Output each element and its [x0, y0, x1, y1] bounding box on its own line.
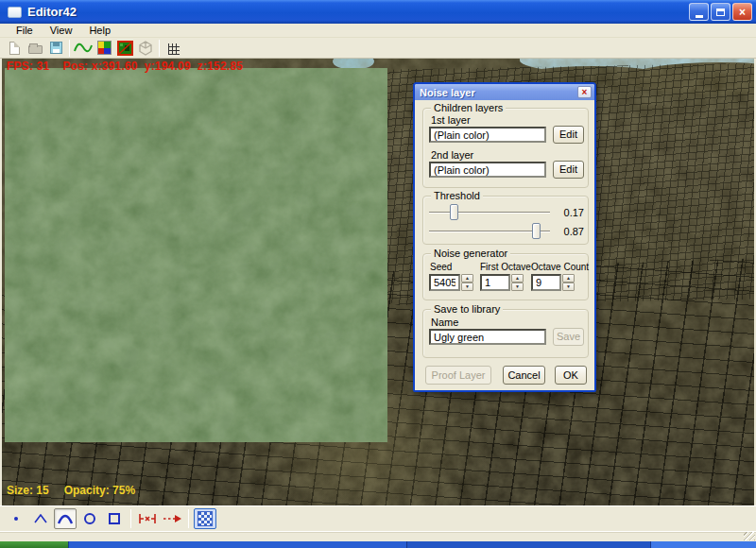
save-library-button[interactable]: Save — [553, 328, 584, 346]
measure-tool-button[interactable] — [136, 508, 159, 529]
noise-generator-group: Noise generator Seed ▲▼ First Octave ▲▼ … — [422, 253, 589, 300]
threshold-high-thumb[interactable] — [532, 223, 541, 239]
noise-generator-label: Noise generator — [431, 248, 510, 259]
octave-count-input[interactable] — [531, 274, 561, 291]
circle-brush-button[interactable] — [78, 508, 101, 529]
threshold-high-value: 0.87 — [556, 226, 584, 237]
texture-layer-button[interactable] — [114, 39, 135, 58]
maximize-button[interactable] — [711, 3, 730, 21]
threshold-label: Threshold — [431, 190, 483, 201]
peak-large-button[interactable] — [54, 508, 77, 529]
menu-view[interactable]: View — [42, 24, 81, 38]
main-toolbar — [0, 38, 756, 59]
minimize-button[interactable] — [689, 3, 709, 21]
save-library-label: Save to library — [431, 303, 503, 315]
first-octave-label: First Octave — [480, 262, 531, 272]
circle-brush-icon — [84, 513, 95, 524]
checker-pattern-icon — [198, 511, 213, 526]
dot-brush-icon — [14, 517, 18, 521]
brush-toolbar — [0, 505, 756, 531]
close-button[interactable]: × — [732, 3, 752, 21]
spin-up-icon[interactable]: ▲ — [562, 274, 575, 283]
start-button-edge[interactable] — [0, 541, 68, 548]
new-file-button[interactable] — [4, 39, 25, 58]
noise-preview-square — [5, 68, 387, 442]
terrain-viewport[interactable]: FPS: 31 Pos: x:391.60 y:194.09 z:152.85 … — [2, 59, 754, 505]
path-tool-button[interactable] — [161, 508, 183, 529]
threshold-group: Threshold 0.17 0.87 — [422, 196, 589, 245]
pattern-tool-button[interactable] — [194, 508, 216, 529]
new-file-icon — [9, 42, 20, 55]
seed-spinner[interactable]: ▲▼ — [429, 274, 473, 291]
grid-icon — [166, 42, 180, 55]
resize-grip[interactable] — [744, 532, 755, 540]
texture-icon — [117, 41, 133, 56]
dot-brush-button[interactable] — [5, 508, 27, 529]
slider-track[interactable] — [429, 212, 550, 214]
threshold-low-value: 0.17 — [556, 207, 584, 218]
brush-size-value: Size: 15 — [7, 484, 49, 497]
minimize-icon — [696, 15, 703, 18]
first-layer-label: 1st layer — [431, 114, 471, 126]
second-layer-edit-button[interactable]: Edit — [553, 161, 584, 179]
window-title: Editor42 — [27, 5, 77, 19]
taskbar-item[interactable] — [406, 541, 650, 548]
window-titlebar: Editor42 × — [0, 0, 756, 24]
color-quad-icon — [97, 41, 112, 55]
dialog-title: Noise layer — [420, 87, 577, 98]
octave-count-spinner[interactable]: ▲▼ — [531, 274, 575, 291]
menu-bar: File View Help — [0, 24, 756, 38]
first-layer-field[interactable]: (Plain color) — [429, 127, 546, 143]
square-brush-icon — [109, 513, 120, 524]
toolbar-separator — [188, 509, 189, 528]
threshold-high-slider[interactable]: 0.87 — [429, 223, 584, 240]
taskbar-item[interactable] — [68, 541, 406, 548]
open-button[interactable] — [25, 39, 45, 58]
save-library-group: Save to library Name Save — [422, 309, 589, 358]
layer-name-input[interactable] — [429, 329, 546, 345]
app-icon — [8, 7, 22, 18]
first-layer-edit-button[interactable]: Edit — [553, 126, 584, 144]
dialog-close-button[interactable]: × — [577, 86, 592, 98]
spin-down-icon[interactable]: ▼ — [511, 283, 524, 291]
peak-small-button[interactable] — [29, 508, 52, 529]
editor42-window: Editor42 × File View Help — [0, 0, 756, 548]
cube-icon — [138, 41, 153, 56]
cancel-button[interactable]: Cancel — [503, 366, 545, 385]
children-layers-group: Children layers 1st layer (Plain color) … — [422, 108, 589, 188]
second-layer-field[interactable]: (Plain color) — [429, 162, 546, 178]
ok-button[interactable]: OK — [555, 366, 587, 385]
toolbar-separator — [69, 40, 70, 57]
fps-value: FPS: 31 — [7, 60, 49, 73]
slider-track[interactable] — [429, 231, 550, 232]
first-octave-input[interactable] — [480, 274, 510, 291]
brush-opacity-value: Opacity: 75% — [64, 484, 135, 497]
proof-layer-button[interactable]: Proof Layer — [425, 366, 491, 385]
menu-file[interactable]: File — [8, 24, 42, 38]
spin-down-icon[interactable]: ▼ — [562, 283, 575, 291]
close-icon: × — [739, 7, 746, 18]
square-brush-button[interactable] — [103, 508, 126, 529]
spin-up-icon[interactable]: ▲ — [511, 274, 524, 283]
grid-toggle-button[interactable] — [163, 39, 183, 58]
name-label: Name — [431, 317, 458, 328]
view-3d-button[interactable] — [135, 39, 156, 58]
threshold-low-slider[interactable]: 0.17 — [429, 204, 584, 221]
toolbar-separator — [159, 40, 160, 57]
maximize-icon — [716, 9, 725, 16]
noise-tool-button[interactable] — [73, 39, 94, 58]
seed-input[interactable] — [429, 274, 460, 291]
first-octave-spinner[interactable]: ▲▼ — [480, 274, 524, 291]
children-layers-label: Children layers — [431, 102, 506, 113]
threshold-low-thumb[interactable] — [450, 204, 458, 220]
taskbar-item[interactable] — [650, 541, 756, 548]
menu-help[interactable]: Help — [80, 24, 119, 38]
peak-small-icon — [34, 514, 47, 523]
sine-wave-icon — [74, 41, 93, 56]
spin-down-icon[interactable]: ▼ — [461, 283, 473, 291]
save-button[interactable] — [45, 39, 66, 58]
color-layers-button[interactable] — [94, 39, 114, 58]
spin-up-icon[interactable]: ▲ — [461, 274, 473, 283]
dialog-titlebar[interactable]: Noise layer × — [415, 84, 594, 100]
taskbar-strip — [0, 541, 756, 548]
